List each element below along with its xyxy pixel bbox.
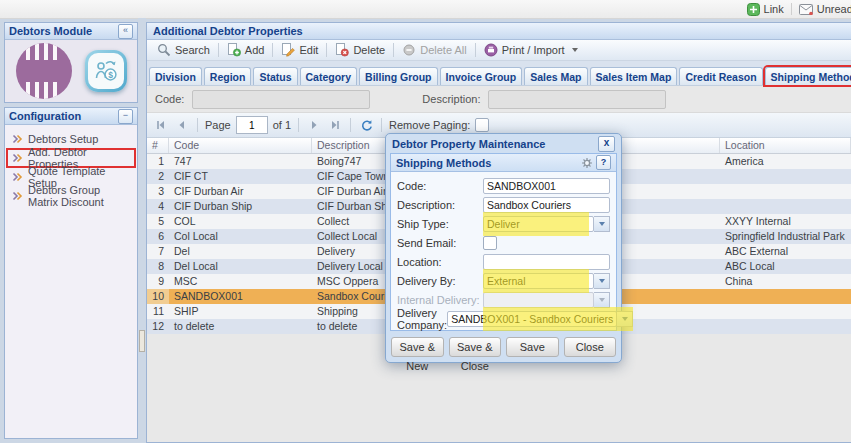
add-button[interactable]: Add — [222, 42, 270, 58]
splitter-grip[interactable] — [139, 330, 145, 352]
main-panel-header: Additional Debtor Properties — [147, 23, 851, 40]
description-filter-label: Description: — [422, 93, 480, 105]
paging-separator — [298, 118, 299, 132]
tab-category[interactable]: Category — [300, 67, 358, 85]
tab-invoice-group[interactable]: Invoice Group — [440, 67, 523, 85]
last-page-button[interactable] — [327, 117, 343, 133]
description-input[interactable]: Sandbox Couriers — [483, 197, 610, 213]
row-number: 7 — [147, 244, 169, 259]
sidebar-item-debtors-setup[interactable]: Debtors Setup — [8, 131, 134, 147]
search-button[interactable]: Search — [152, 42, 215, 58]
add-label: Add — [245, 44, 265, 56]
refresh-button[interactable] — [358, 117, 374, 133]
save-close-button[interactable]: Save & Close — [449, 337, 502, 357]
code-cell: CIF Durban Ship — [169, 199, 312, 214]
code-value[interactable]: SANDBOX001 — [483, 178, 610, 194]
next-page-button[interactable] — [306, 117, 322, 133]
ship-type-combobox[interactable]: Deliver — [483, 216, 610, 232]
unread-label: Unread M — [817, 3, 851, 15]
delivery-by-field-row: Delivery By:External — [397, 272, 610, 290]
first-page-button[interactable] — [153, 117, 169, 133]
location-cell: XXYY Internal — [720, 214, 851, 229]
delivery-company-dropdown-button[interactable] — [617, 311, 633, 327]
column-header-code[interactable]: Code — [169, 138, 312, 153]
delivery-by-value[interactable]: External — [483, 273, 594, 289]
description-filter-input[interactable] — [488, 90, 666, 109]
splitter[interactable] — [138, 18, 146, 443]
remove-paging-checkbox[interactable] — [475, 118, 489, 132]
code-input[interactable]: SANDBOX001 — [483, 178, 610, 194]
tab-region[interactable]: Region — [204, 67, 252, 85]
tab-sales-map[interactable]: Sales Map — [524, 67, 587, 85]
code-cell: Del — [169, 244, 312, 259]
code-cell: SHIP — [169, 304, 312, 319]
delivery-company-value[interactable]: SANDBOX001 - Sandbox Couriers — [447, 311, 617, 327]
collapse-config-button[interactable]: − — [118, 109, 133, 124]
delivery-company-combobox[interactable]: SANDBOX001 - Sandbox Couriers — [447, 311, 633, 327]
row-number: 2 — [147, 169, 169, 184]
code-cell: SANDBOX001 — [169, 289, 312, 304]
save-new-button[interactable]: Save & New — [391, 337, 444, 357]
edit-label: Edit — [299, 44, 318, 56]
configuration-header: Configuration − — [5, 108, 137, 125]
delivery-by-label: Delivery By: — [397, 275, 483, 287]
debtors-module-title: Debtors Module — [9, 25, 92, 37]
edit-button[interactable]: Edit — [276, 42, 323, 58]
link-button[interactable]: Link — [747, 3, 784, 16]
close-button[interactable]: Close — [564, 337, 617, 357]
send-email-checkbox[interactable] — [483, 236, 497, 250]
ship-type-label: Ship Type: — [397, 218, 483, 230]
dialog-title: Debtor Property Maintenance — [392, 138, 545, 150]
item-arrow-icon — [12, 134, 23, 144]
code-cell: MSC — [169, 274, 312, 289]
dialog-close-button[interactable]: x — [598, 136, 615, 152]
delivery-by-dropdown-button[interactable] — [594, 273, 610, 289]
help-button[interactable]: ? — [596, 155, 611, 170]
toolbar-separator — [393, 43, 394, 57]
row-number: 3 — [147, 184, 169, 199]
toolbar-separator — [272, 43, 273, 57]
dialog-titlebar[interactable]: Debtor Property Maintenance x — [390, 134, 617, 153]
description-value[interactable]: Sandbox Couriers — [483, 197, 610, 213]
code-cell: CIF Durban Air — [169, 184, 312, 199]
delivery-by-combobox[interactable]: External — [483, 273, 610, 289]
save-button[interactable]: Save — [506, 337, 559, 357]
tab-division[interactable]: Division — [149, 67, 202, 85]
row-number: 5 — [147, 214, 169, 229]
column-header-location[interactable]: Location — [720, 138, 851, 153]
sidebar-item-debtors-group-matrix-discount[interactable]: Debtors Group Matrix Discount — [8, 188, 134, 204]
code-filter-label: Code: — [155, 93, 184, 105]
delete-button[interactable]: Delete — [330, 42, 390, 58]
sidebar-item-quote-template-setup[interactable]: Quote Template Setup — [8, 169, 134, 185]
tab-shipping-methods[interactable]: Shipping Methods — [765, 67, 851, 85]
location-cell — [720, 199, 851, 214]
fieldset-header: Shipping Methods ? — [391, 154, 616, 172]
sidebar-item-add-debtor-properties[interactable]: Add. Debtor Properties — [8, 150, 134, 166]
tab-billing-group[interactable]: Billing Group — [359, 67, 438, 85]
paging-separator — [197, 118, 198, 132]
column-header-[interactable]: # — [147, 138, 169, 153]
tab-sales-item-map[interactable]: Sales Item Map — [590, 67, 678, 85]
location-cell: Springfield Industrial Park — [720, 229, 851, 244]
row-number: 4 — [147, 199, 169, 214]
module-icons: $ — [5, 40, 137, 102]
unread-messages-button[interactable]: Unread M — [799, 3, 851, 15]
send-email-field-row: Send Email: — [397, 234, 610, 252]
location-value[interactable] — [483, 254, 610, 270]
collapse-sidebar-button[interactable]: « — [118, 24, 133, 39]
code-filter-input[interactable] — [192, 90, 370, 109]
tab-status[interactable]: Status — [253, 67, 297, 85]
prev-page-button[interactable] — [174, 117, 190, 133]
print-import-button[interactable]: Print / Import — [479, 42, 583, 58]
gear-icon[interactable] — [581, 157, 593, 169]
tab-strip: DivisionRegionStatusCategoryBilling Grou… — [147, 61, 851, 86]
tab-credit-reason[interactable]: Credit Reason — [679, 67, 762, 85]
ship-type-dropdown-button[interactable] — [594, 216, 610, 232]
ship-type-value[interactable]: Deliver — [483, 216, 594, 232]
add-icon — [227, 43, 241, 57]
location-input[interactable] — [483, 254, 610, 270]
configuration-title: Configuration — [9, 110, 81, 122]
debtors-app-icon[interactable]: $ — [85, 50, 127, 92]
page-number-input[interactable] — [236, 116, 268, 134]
location-cell: ABC Local — [720, 259, 851, 274]
